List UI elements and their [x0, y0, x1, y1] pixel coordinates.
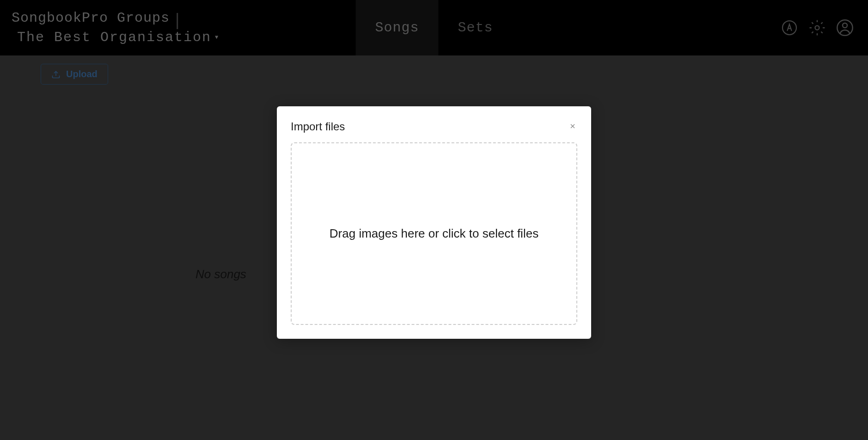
file-dropzone[interactable]: Drag images here or click to select file…: [291, 142, 577, 325]
modal-title: Import files: [291, 120, 345, 133]
close-button[interactable]: [568, 122, 577, 131]
close-icon: [569, 122, 576, 132]
import-files-modal: Import files Drag images here or click t…: [277, 106, 591, 339]
modal-backdrop[interactable]: Import files Drag images here or click t…: [0, 0, 868, 440]
modal-header: Import files: [291, 120, 577, 133]
dropzone-text: Drag images here or click to select file…: [330, 226, 538, 241]
